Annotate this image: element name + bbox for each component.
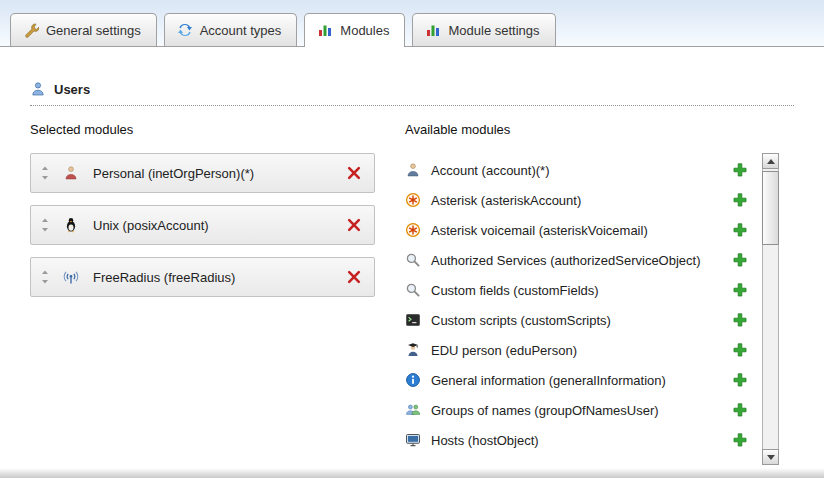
person-icon [405,162,421,178]
available-module-row: Custom fields (customFields) [405,275,762,305]
tab-label: General settings [46,23,141,38]
selected-module-row[interactable]: Unix (posixAccount) [30,205,375,245]
sync-icon [177,22,193,38]
chart-icon [425,22,441,38]
add-icon[interactable] [732,252,748,268]
search-icon [405,252,421,268]
terminal-icon [405,312,421,328]
available-module-row: Custom scripts (customScripts) [405,305,762,335]
page-bottom-shadow [0,468,824,478]
antenna-icon [63,269,79,285]
add-icon[interactable] [732,342,748,358]
available-module-label: EDU person (eduPerson) [431,343,732,358]
tab-content: Users Selected modules Personal (inetOrg… [0,47,824,465]
available-module-row: Groups of names (groupOfNamesUser) [405,395,762,425]
scroll-down-button[interactable] [762,449,779,465]
user-blue-icon [30,81,46,97]
section-title: Users [54,82,90,97]
tab-general-settings[interactable]: General settings [10,13,157,46]
info-icon [405,372,421,388]
available-module-row: Asterisk voicemail (asteriskVoicemail) [405,215,762,245]
selected-module-label: Unix (posixAccount) [93,218,346,233]
asterisk-icon [405,192,421,208]
available-module-label: Custom scripts (customScripts) [431,313,732,328]
add-icon[interactable] [732,282,748,298]
available-module-row: Hosts (hostObject) [405,425,762,455]
tab-label: Modules [340,23,389,38]
selected-module-label: FreeRadius (freeRadius) [93,270,346,285]
penguin-icon [63,217,79,233]
chart-icon [317,22,333,38]
graduate-icon [405,342,421,358]
add-icon[interactable] [732,312,748,328]
available-module-label: Account (account)(*) [431,163,732,178]
delete-icon[interactable] [346,165,362,181]
group-icon [405,402,421,418]
available-module-row: General information (generalInformation) [405,365,762,395]
sort-handle-icon[interactable] [39,166,51,180]
available-module-label: Asterisk (asteriskAccount) [431,193,732,208]
module-columns: Selected modules Personal (inetOrgPerson… [30,122,794,465]
available-module-row: Account (account)(*) [405,155,762,185]
available-module-label: Asterisk voicemail (asteriskVoicemail) [431,223,732,238]
scroll-thumb[interactable] [762,171,779,245]
add-icon[interactable] [732,222,748,238]
users-section-heading: Users [30,81,794,106]
selected-modules-list: Personal (inetOrgPerson)(*) Unix (posixA… [30,153,405,297]
available-modules-list: Account (account)(*) Asterisk (asteriskA… [405,155,762,455]
available-module-row: EDU person (eduPerson) [405,335,762,365]
tab-account-types[interactable]: Account types [164,13,298,46]
arrow-down-icon [767,455,775,460]
add-icon[interactable] [732,372,748,388]
add-icon[interactable] [732,432,748,448]
available-module-label: Groups of names (groupOfNamesUser) [431,403,732,418]
sort-handle-icon[interactable] [39,270,51,284]
scroll-up-button[interactable] [762,153,779,169]
selected-modules-column: Selected modules Personal (inetOrgPerson… [30,122,405,465]
selected-module-label: Personal (inetOrgPerson)(*) [93,166,346,181]
asterisk-icon [405,222,421,238]
delete-icon[interactable] [346,217,362,233]
arrow-up-icon [767,159,775,164]
available-modules-title: Available modules [405,122,794,137]
selected-module-row[interactable]: Personal (inetOrgPerson)(*) [30,153,375,193]
tab-label: Account types [200,23,282,38]
tab-module-settings[interactable]: Module settings [412,13,555,46]
available-module-label: General information (generalInformation) [431,373,732,388]
tab-modules[interactable]: Modules [304,13,405,46]
available-modules-column: Available modules Account (account)(*) [405,122,794,465]
tab-label: Module settings [448,23,539,38]
tab-bar: General settings Account types Modules M… [0,0,824,47]
selected-module-row[interactable]: FreeRadius (freeRadius) [30,257,375,297]
available-module-row: Asterisk (asteriskAccount) [405,185,762,215]
add-icon[interactable] [732,402,748,418]
add-icon[interactable] [732,162,748,178]
available-module-label: Authorized Services (authorizedServiceOb… [431,253,732,268]
config-page: General settings Account types Modules M… [0,0,824,478]
available-module-label: Hosts (hostObject) [431,433,732,448]
delete-icon[interactable] [346,269,362,285]
available-modules-scrollbar[interactable] [762,153,779,465]
person-red-icon [63,165,79,181]
wrench-icon [23,22,39,38]
computer-icon [405,432,421,448]
available-modules-wrap: Account (account)(*) Asterisk (asteriskA… [405,153,794,465]
sort-handle-icon[interactable] [39,218,51,232]
search-icon [405,282,421,298]
available-module-row: Authorized Services (authorizedServiceOb… [405,245,762,275]
add-icon[interactable] [732,192,748,208]
selected-modules-title: Selected modules [30,122,405,137]
available-module-label: Custom fields (customFields) [431,283,732,298]
